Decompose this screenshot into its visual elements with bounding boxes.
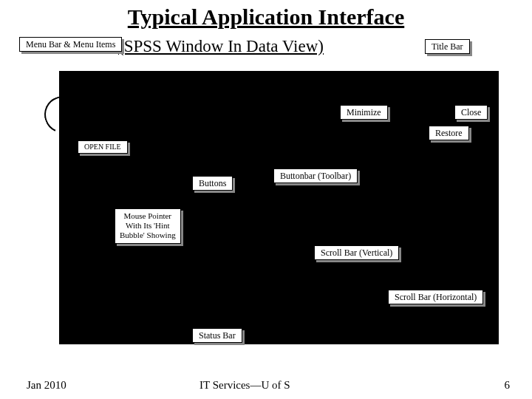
slide-subtitle: (SPSS Window In Data View) xyxy=(118,37,324,56)
label-scroll-vertical: Scroll Bar (Vertical) xyxy=(314,245,399,260)
label-mouse-pointer: Mouse Pointer With Its 'Hint Bubble' Sho… xyxy=(115,208,181,244)
page-number: 6 xyxy=(505,379,511,392)
label-buttonbar: Buttonbar (Toolbar) xyxy=(273,168,358,183)
label-open-file: OPEN FILE xyxy=(78,140,128,154)
label-title-bar: Title Bar xyxy=(425,39,470,54)
label-restore: Restore xyxy=(429,126,469,140)
label-status-bar: Status Bar xyxy=(192,328,242,343)
footer-org: IT Services—U of S xyxy=(200,379,290,392)
label-minimize: Minimize xyxy=(340,105,388,120)
footer-date: Jan 2010 xyxy=(27,379,66,392)
label-menu-bar: Menu Bar & Menu Items xyxy=(19,37,122,52)
label-close: Close xyxy=(454,105,488,120)
slide-title: Typical Application Interface xyxy=(0,4,532,30)
label-buttons: Buttons xyxy=(192,176,233,191)
label-scroll-horizontal: Scroll Bar (Horizontal) xyxy=(388,290,483,304)
